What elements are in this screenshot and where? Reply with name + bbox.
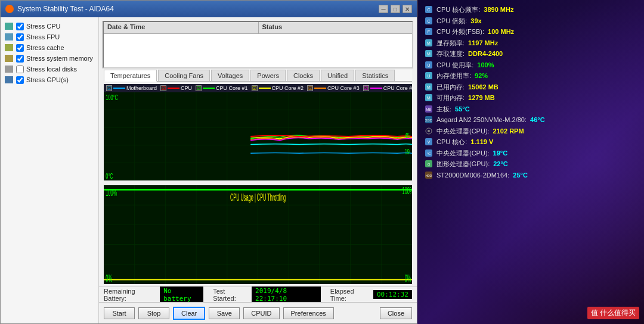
fpu-icon <box>4 33 14 41</box>
tab-powers[interactable]: Powers <box>250 70 286 81</box>
cpuid-button[interactable]: CPUID <box>243 307 279 319</box>
hdd-temp-icon: HDD <box>425 171 433 179</box>
cpu-temp-label: 中央处理器(CPU): <box>436 148 490 158</box>
svg-text:0%: 0% <box>405 273 411 284</box>
sidebar-item-stress-cpu[interactable]: Stress CPU <box>4 22 95 30</box>
svg-text:MB: MB <box>426 108 432 111</box>
svg-text:M: M <box>427 52 431 56</box>
sidebar-item-stress-gpu[interactable]: Stress GPU(s) <box>4 76 95 84</box>
close-button[interactable]: Close <box>380 307 412 319</box>
mem-avail-icon: M <box>425 94 433 102</box>
stat-fsb: F CPU 外频(FSB): 100 MHz <box>425 27 637 37</box>
elapsed-value: 00:12:32 <box>373 290 412 299</box>
cpu-fan-icon <box>425 127 433 135</box>
mem-use-icon: U <box>425 71 433 80</box>
cpu-use-value: 100% <box>477 60 494 70</box>
cpu-mult-value: 39x <box>470 16 481 26</box>
stress-cache-label: Stress cache <box>26 44 64 51</box>
svg-text:100%: 100% <box>402 185 412 197</box>
legend-cpu-core2[interactable]: ☑ CPU Core #2 <box>252 85 304 91</box>
stat-cpu-fan: 中央处理器(CPU): 2102 RPM <box>425 126 637 136</box>
cpu-freq-icon: C <box>425 5 433 14</box>
fsb-icon: F <box>425 27 433 36</box>
svg-rect-0 <box>5 23 13 30</box>
battery-label: Remaining Battery: <box>104 288 155 302</box>
hdd-temp-label: ST2000DM006-2DM164: <box>436 170 509 180</box>
test-started-label: Test Started: <box>213 288 247 302</box>
svg-text:0°C: 0°C <box>106 172 113 180</box>
temperature-chart-container: ☑ Motherboard ☑ CPU ☑ CPU Core #1 <box>104 84 412 183</box>
cpu-mult-label: CPU 倍频: <box>436 16 467 26</box>
cpu-mult-icon: C <box>425 17 433 25</box>
svg-text:M: M <box>427 96 431 100</box>
gpu-temp-icon: G <box>425 160 433 168</box>
svg-rect-2 <box>5 44 13 51</box>
stat-mem-type: M 存取速度: DDR4-2400 <box>425 49 637 59</box>
minimize-button[interactable]: ─ <box>379 5 388 13</box>
stat-mem-freq: M 显存频率: 1197 MHz <box>425 38 637 48</box>
clear-button[interactable]: Clear <box>173 307 205 320</box>
cpu-freq-value: 3890 MHz <box>484 5 513 15</box>
stress-memory-checkbox[interactable] <box>16 55 24 63</box>
stress-cpu-checkbox[interactable] <box>16 23 24 30</box>
tab-voltages[interactable]: Voltages <box>211 70 249 81</box>
cache-icon <box>4 43 14 52</box>
svg-point-66 <box>428 130 430 132</box>
legend-cpu-core4[interactable]: ☑ CPU Core #4 <box>363 85 412 91</box>
log-area: Date & Time Status <box>103 21 413 68</box>
elapsed-label: Elapsed Time: <box>330 288 369 302</box>
svg-rect-3 <box>5 55 13 62</box>
mb-temp-label: 主板: <box>436 104 451 114</box>
stat-mem-used: M 已用内存: 15062 MB <box>425 82 637 92</box>
mem-avail-value: 1279 MB <box>468 93 495 103</box>
sidebar-item-stress-cache[interactable]: Stress cache <box>4 43 95 52</box>
stat-gpu-temp: G 图形处理器(GPU): 22°C <box>425 159 637 169</box>
tab-unified[interactable]: Unified <box>321 70 354 81</box>
battery-value: No battery <box>160 286 203 303</box>
stop-button[interactable]: Stop <box>138 307 169 319</box>
tab-temperatures[interactable]: Temperatures <box>104 70 157 82</box>
tab-cooling-fans[interactable]: Cooling Fans <box>158 70 210 81</box>
sidebar-item-stress-memory[interactable]: Stress system memory <box>4 54 95 63</box>
cpu-freq-label: CPU 核心频率: <box>436 5 480 15</box>
close-button[interactable]: ✕ <box>402 5 412 13</box>
stress-options-sidebar: Stress CPU Stress FPU Stress cache <box>1 17 99 323</box>
start-button[interactable]: Start <box>104 307 135 319</box>
tab-clocks[interactable]: Clocks <box>287 70 320 81</box>
cpu-fan-value: 2102 RPM <box>493 126 524 136</box>
stat-cpu-mult: C CPU 倍频: 39x <box>425 16 637 26</box>
sidebar-item-stress-disks[interactable]: Stress local disks <box>4 65 95 73</box>
memory-icon <box>4 54 14 63</box>
stat-mb-temp: MB 主板: 55°C <box>425 104 637 114</box>
svg-text:45: 45 <box>405 132 410 139</box>
sidebar-item-stress-fpu[interactable]: Stress FPU <box>4 33 95 41</box>
tab-statistics[interactable]: Statistics <box>355 70 395 81</box>
save-button[interactable]: Save <box>209 307 240 319</box>
svg-text:U: U <box>427 63 430 67</box>
stat-cpu-freq: C CPU 核心频率: 3890 MHz <box>425 5 637 15</box>
stat-cpu-use: U CPU 使用率: 100% <box>425 60 637 70</box>
stress-disks-checkbox[interactable] <box>16 66 24 73</box>
maximize-button[interactable]: □ <box>391 5 400 13</box>
title-bar: System Stability Test - AIDA64 ─ □ ✕ <box>1 1 417 17</box>
svg-text:G: G <box>428 163 431 166</box>
stress-fpu-checkbox[interactable] <box>16 33 24 41</box>
legend-cpu[interactable]: ☑ CPU <box>160 85 192 91</box>
svg-text:F: F <box>428 30 430 34</box>
legend-cpu-core1[interactable]: ☑ CPU Core #1 <box>196 85 248 91</box>
stress-gpu-checkbox[interactable] <box>16 76 24 84</box>
svg-text:C: C <box>427 8 430 12</box>
button-bar: Start Stop Clear Save CPUID Preferences … <box>99 302 417 323</box>
svg-rect-1 <box>5 33 13 40</box>
cpu-use-icon: U <box>425 61 433 69</box>
stress-cache-checkbox[interactable] <box>16 44 24 52</box>
fsb-value: 100 MHz <box>488 27 514 37</box>
preferences-button[interactable]: Preferences <box>283 307 334 319</box>
chart-legend: ☑ Motherboard ☑ CPU ☑ CPU Core #1 <box>104 84 412 92</box>
legend-cpu-core3[interactable]: ☑ CPU Core #3 <box>307 85 360 91</box>
legend-motherboard[interactable]: ☑ Motherboard <box>106 85 157 91</box>
hdd-temp-value: 25°C <box>513 170 528 180</box>
mem-type-value: DDR4-2400 <box>468 49 503 59</box>
charts-area: ☑ Motherboard ☑ CPU ☑ CPU Core #1 <box>99 82 417 286</box>
mb-temp-icon: MB <box>425 105 433 113</box>
